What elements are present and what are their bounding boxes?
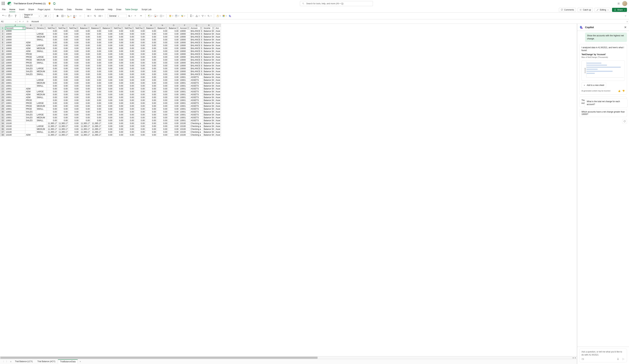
cell[interactable]: 0.00 — [58, 44, 69, 47]
row-header-36[interactable]: 36 — [0, 128, 5, 131]
cell[interactable]: 0.00 — [168, 122, 179, 125]
cell[interactable]: 10001 — [5, 93, 25, 96]
cell[interactable]: 0.00 — [79, 73, 90, 76]
cell[interactable]: 0.00 — [90, 119, 102, 122]
cell[interactable]: Asse — [215, 73, 221, 76]
cell[interactable]: 0.00 — [124, 73, 135, 76]
cell[interactable]: 0.00 — [146, 64, 157, 67]
cell[interactable]: 10001 — [5, 108, 25, 111]
cell[interactable]: Asse — [215, 61, 221, 64]
cell[interactable]: 10000 — [5, 38, 25, 41]
cell[interactable]: Asse — [215, 128, 221, 131]
format-as-table-button[interactable] — [175, 14, 179, 18]
microphone-icon[interactable] — [617, 358, 619, 361]
ribbon-tab-file[interactable]: File — [2, 7, 5, 12]
cell[interactable]: 0.00 — [157, 111, 168, 113]
cell[interactable]: 0.00 — [168, 41, 179, 44]
cell[interactable] — [25, 30, 36, 33]
find-button[interactable] — [207, 14, 211, 18]
cell[interactable]: 0.00 — [135, 59, 146, 61]
cell[interactable]: 0.00 — [90, 30, 102, 33]
cell[interactable]: BALANCE S — [190, 53, 203, 56]
cell[interactable]: Balance Sh — [203, 113, 215, 116]
cell[interactable]: 0.00 — [47, 41, 58, 44]
cell[interactable]: LARGE — [36, 67, 47, 70]
cell[interactable]: 0.00 — [68, 128, 79, 131]
cell[interactable]: Balance Sh — [203, 108, 215, 111]
cell[interactable]: 10000 — [5, 30, 25, 33]
cell[interactable]: 0.00 — [47, 105, 58, 108]
cell[interactable]: 0.00 — [124, 108, 135, 111]
cell[interactable] — [36, 87, 47, 90]
sort-filter-button[interactable] — [201, 14, 205, 18]
cell[interactable]: ASSETS — [190, 87, 203, 90]
cell[interactable]: ASSETS — [190, 105, 203, 108]
cell[interactable]: MEDIUM — [36, 47, 47, 50]
row-header-24[interactable]: 24 — [0, 93, 5, 96]
cell[interactable]: 0.00 — [102, 125, 113, 128]
cell[interactable]: Balance Sh — [203, 102, 215, 105]
cell[interactable]: 0.00 — [90, 61, 102, 64]
cell[interactable] — [36, 53, 47, 56]
cell[interactable]: 0.00 — [47, 116, 58, 119]
cell[interactable]: 0.00 — [90, 96, 102, 99]
cell[interactable]: Asse — [215, 56, 221, 59]
cell[interactable]: Asse — [215, 131, 221, 133]
cell[interactable]: 0.00 — [146, 59, 157, 61]
row-header-38[interactable]: 38 — [0, 133, 5, 136]
cell[interactable]: 0.00 — [90, 56, 102, 59]
cell[interactable]: 0.00 — [68, 59, 79, 61]
cell[interactable]: 0.00 — [157, 70, 168, 73]
cell[interactable]: 0.00 — [135, 119, 146, 122]
sheet-tab-trial-balance-acy-[interactable]: Trial Balance (ACY) — [35, 360, 58, 364]
cell[interactable]: MEDIUM — [36, 128, 47, 131]
cell[interactable]: 0.00 — [90, 76, 102, 79]
cell[interactable]: ASSETS — [190, 116, 203, 119]
sheet-tab-trial-balance-lcy-[interactable]: Trial Balance (LCY) — [13, 360, 35, 364]
cell[interactable]: Balance Sh — [203, 125, 215, 128]
cell[interactable]: 0.00 — [135, 56, 146, 59]
cell[interactable]: 10000 — [179, 38, 190, 41]
cell[interactable]: 0.00 — [124, 113, 135, 116]
cell[interactable]: 0.00 — [79, 111, 90, 113]
cell[interactable]: 0.00 — [90, 41, 102, 44]
cell[interactable]: SALES — [25, 116, 36, 119]
cell[interactable]: 0.00 — [135, 85, 146, 87]
cell[interactable]: 0.00 — [124, 79, 135, 82]
cell[interactable]: Balance Sh — [203, 122, 215, 125]
cell[interactable]: 0.00 — [135, 50, 146, 53]
filter-icon[interactable] — [165, 27, 167, 29]
cell[interactable]: 0.00 — [124, 96, 135, 99]
cell[interactable]: 0.00 — [79, 35, 90, 38]
cell[interactable]: Asse — [215, 87, 221, 90]
cell[interactable]: SMALL — [36, 108, 47, 111]
cell[interactable]: 0.00 — [90, 99, 102, 102]
cell[interactable]: 0.00 — [135, 44, 146, 47]
cell[interactable]: 0.00 — [68, 76, 79, 79]
cell[interactable]: 10001 — [5, 87, 25, 90]
cell[interactable]: 0.00 — [68, 67, 79, 70]
cell[interactable]: 0.00 — [47, 30, 58, 33]
column-header-O[interactable]: O — [168, 24, 179, 27]
row-header-28[interactable]: 28 — [0, 105, 5, 108]
cell[interactable]: 10000 — [179, 70, 190, 73]
cell[interactable]: 0.00 — [102, 82, 113, 85]
cell[interactable]: 0.00 — [135, 30, 146, 33]
ribbon-collapse-button[interactable] — [623, 14, 627, 18]
cell[interactable]: 0.00 — [113, 108, 124, 111]
cell[interactable]: 0.00 — [79, 38, 90, 41]
cell[interactable]: Asse — [215, 108, 221, 111]
cell[interactable]: 0.00 — [168, 33, 179, 35]
cell[interactable]: 0.00 — [146, 67, 157, 70]
cell[interactable]: Asse — [215, 67, 221, 70]
cell[interactable]: 0.00 — [58, 61, 69, 64]
cell[interactable]: BALANCE S — [190, 50, 203, 53]
cell[interactable]: 0.00 — [113, 59, 124, 61]
conditional-formatting-button[interactable] — [169, 14, 173, 18]
cell[interactable]: 0.00 — [113, 67, 124, 70]
cell[interactable]: 0.00 — [68, 119, 79, 122]
cell[interactable]: ASSETS — [190, 76, 203, 79]
table-header-cell[interactable]: Balance — [157, 27, 168, 30]
cell[interactable]: 0.00 — [135, 53, 146, 56]
cell[interactable]: 0.00 — [157, 44, 168, 47]
